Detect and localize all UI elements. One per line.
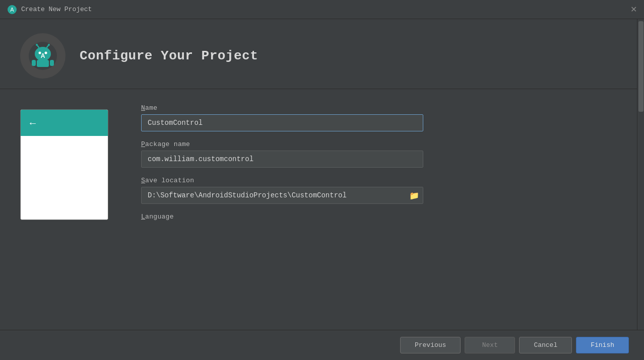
package-name-input[interactable] (141, 151, 423, 168)
scrollbar-thumb[interactable] (638, 21, 643, 112)
package-name-field-group: Package name (141, 140, 433, 168)
svg-point-9 (48, 44, 50, 46)
android-studio-icon: A (7, 5, 17, 15)
package-name-label: Package name (141, 140, 433, 148)
body-area: ← Name Package name Save location (0, 89, 644, 360)
page-title: Configure Your Project (80, 48, 258, 63)
name-field-group: Name (141, 104, 433, 131)
name-label: Name (141, 104, 433, 112)
svg-rect-10 (37, 60, 49, 67)
close-button[interactable]: ✕ (630, 6, 637, 14)
title-bar-left: A Create New Project (7, 5, 92, 15)
browse-folder-icon[interactable]: 📁 (409, 191, 419, 200)
android-logo: A (20, 33, 66, 79)
svg-point-8 (36, 44, 38, 46)
save-location-field-group: Save location 📁 (141, 177, 433, 204)
title-bar: A Create New Project ✕ (0, 0, 644, 19)
phone-back-icon: ← (28, 117, 38, 129)
preview-panel: ← (20, 104, 121, 360)
scrollbar-track (637, 19, 644, 330)
svg-text:A: A (10, 7, 14, 13)
phone-mockup: ← (20, 109, 108, 220)
language-label: Language (141, 213, 433, 221)
android-studio-logo-svg: A (28, 41, 58, 71)
footer-area: Previous Next Cancel Finish (0, 330, 644, 360)
save-location-wrapper: 📁 (141, 187, 423, 204)
svg-text:A: A (41, 52, 45, 59)
finish-button[interactable]: Finish (576, 337, 629, 353)
name-input[interactable] (141, 114, 423, 131)
main-content: A Configure Your Project ← Name (0, 19, 644, 360)
svg-rect-11 (32, 60, 36, 66)
previous-button[interactable]: Previous (400, 337, 461, 353)
phone-header: ← (21, 110, 108, 136)
language-field-group: Language (141, 213, 433, 221)
save-location-input[interactable] (141, 187, 423, 204)
phone-body (21, 136, 108, 220)
save-location-label: Save location (141, 177, 433, 184)
svg-rect-12 (50, 60, 54, 66)
header-area: A Configure Your Project (0, 19, 644, 89)
window-title: Create New Project (21, 6, 92, 13)
cancel-button[interactable]: Cancel (519, 337, 572, 353)
next-button: Next (465, 337, 515, 353)
form-panel: Name Package name Save location 📁 Langua… (141, 104, 433, 360)
